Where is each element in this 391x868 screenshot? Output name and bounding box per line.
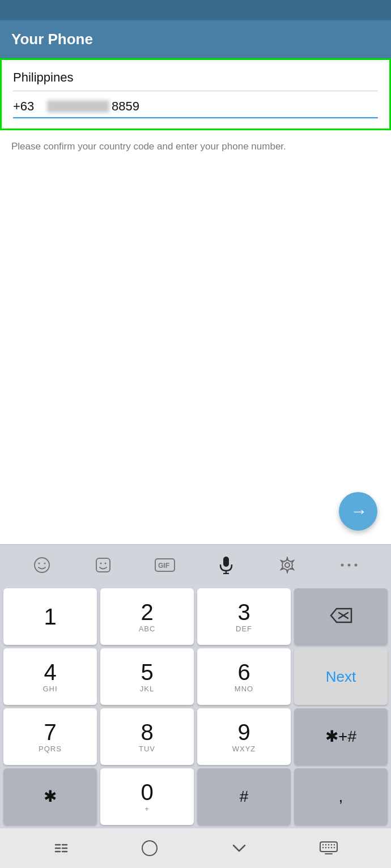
more-options-icon[interactable]	[337, 553, 362, 578]
svg-rect-24	[320, 842, 337, 852]
keyboard-row-2: 4 GHI 5 JKL 6 MNO Next	[3, 648, 388, 705]
keyboard-row-3: 7 PQRS 8 TUV 9 WXYZ ✱+#	[3, 708, 388, 765]
svg-text:GIF: GIF	[158, 562, 169, 570]
microphone-icon[interactable]	[214, 553, 239, 578]
svg-point-23	[142, 841, 157, 856]
arrow-icon: →	[351, 502, 368, 521]
hint-text: Please confirm your country code and ent…	[11, 141, 286, 152]
key-2[interactable]: 2 ABC	[100, 588, 194, 645]
country-code: +63	[13, 99, 40, 114]
next-fab-button[interactable]: →	[339, 492, 377, 531]
key-hash[interactable]: #	[197, 768, 291, 825]
key-8[interactable]: 8 TUV	[100, 708, 194, 765]
keyboard-toggle-button[interactable]	[320, 841, 338, 855]
page-title: Your Phone	[11, 31, 93, 48]
key-7[interactable]: 7 PQRS	[3, 708, 97, 765]
country-selector[interactable]: Philippines	[13, 70, 378, 91]
recents-button[interactable]	[53, 841, 69, 855]
svg-point-11	[285, 563, 290, 567]
svg-rect-3	[96, 558, 110, 572]
key-0[interactable]: 0 +	[100, 768, 194, 825]
country-name: Philippines	[13, 70, 73, 84]
keyboard-row-4: ✱ 0 + # ,	[3, 768, 388, 825]
content-area: →	[0, 163, 391, 545]
key-5[interactable]: 5 JKL	[100, 648, 194, 705]
status-bar	[0, 0, 391, 20]
svg-rect-8	[223, 557, 229, 567]
svg-point-14	[354, 563, 357, 566]
home-button[interactable]	[141, 840, 158, 857]
svg-point-12	[341, 563, 343, 566]
keyboard-toolbar: GIF	[0, 544, 391, 585]
keyboard-row-1: 1 2 ABC 3 DEF	[3, 588, 388, 645]
svg-point-5	[105, 562, 107, 564]
phone-number-end: 8859	[112, 99, 139, 114]
backspace-key[interactable]	[294, 588, 388, 645]
svg-point-1	[39, 562, 40, 564]
header: Your Phone	[0, 20, 391, 58]
numeric-keyboard: 1 2 ABC 3 DEF 4 GHI 5 JKL	[0, 585, 391, 828]
svg-point-13	[347, 563, 350, 566]
key-6[interactable]: 6 MNO	[197, 648, 291, 705]
emoji-icon[interactable]	[29, 553, 54, 578]
hint-area: Please confirm your country code and ent…	[0, 130, 391, 163]
sticker-icon[interactable]	[91, 553, 116, 578]
key-3[interactable]: 3 DEF	[197, 588, 291, 645]
settings-icon[interactable]	[275, 553, 300, 578]
key-4[interactable]: 4 GHI	[3, 648, 97, 705]
next-key[interactable]: Next	[294, 648, 388, 705]
gif-icon[interactable]: GIF	[152, 553, 177, 578]
key-comma[interactable]: ,	[294, 768, 388, 825]
phone-number-row[interactable]: +63 8859	[13, 99, 378, 118]
phone-number-blur	[47, 100, 109, 113]
back-button[interactable]	[231, 843, 248, 854]
svg-point-0	[35, 558, 49, 572]
phone-input-area[interactable]: Philippines +63 8859	[0, 58, 391, 130]
key-9[interactable]: 9 WXYZ	[197, 708, 291, 765]
bottom-nav	[0, 828, 391, 868]
svg-point-4	[100, 562, 102, 564]
svg-point-2	[44, 562, 46, 564]
symbol-key[interactable]: ✱+#	[294, 708, 388, 765]
key-star[interactable]: ✱	[3, 768, 97, 825]
key-1[interactable]: 1	[3, 588, 97, 645]
